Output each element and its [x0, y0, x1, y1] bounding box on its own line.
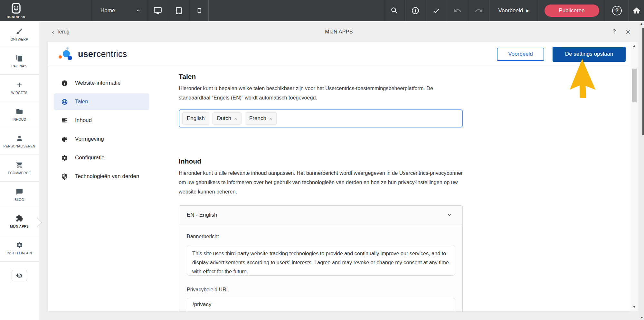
back-label: Terug — [57, 29, 70, 35]
device-desktop-button[interactable] — [147, 0, 168, 21]
topbar-help-button[interactable]: ? — [605, 0, 629, 21]
page-selector-value: Home — [100, 7, 115, 14]
undo-button[interactable] — [447, 0, 468, 21]
sidebar-label: PAGINA'S — [11, 64, 27, 68]
gear-icon — [61, 155, 68, 161]
language-tag-french: French × — [245, 112, 277, 125]
eye-off-icon — [16, 272, 23, 279]
brush-icon — [16, 28, 23, 35]
modal-close-button[interactable]: × — [626, 28, 630, 36]
panel-scrollbar-thumb[interactable] — [632, 69, 637, 102]
nav-label: Talen — [75, 99, 88, 105]
tag-label: English — [187, 115, 205, 122]
usercentrics-logo: usercentrics — [58, 47, 127, 61]
sidebar-label: WIDGETS — [11, 91, 27, 95]
talen-description: Hieronder kunt u bepalen welke talen bes… — [179, 84, 463, 102]
nav-item-talen[interactable]: Talen — [54, 93, 149, 110]
banner-message-textarea[interactable]: This site uses third-party website track… — [187, 245, 455, 276]
tablet-icon — [175, 7, 183, 14]
undo-icon — [453, 6, 462, 15]
sidebar-item-instellingen[interactable]: INSTELLINGEN — [0, 235, 39, 262]
sidebar-item-ontwerp[interactable]: ONTWERP — [0, 21, 39, 48]
info-icon — [411, 6, 420, 15]
sidebar-item-blog[interactable]: BLOG — [0, 182, 39, 208]
sidebar-item-inhoud[interactable]: INHOUD — [0, 101, 39, 128]
folder-icon — [16, 108, 23, 115]
sidebar-item-paginas[interactable]: PAGINA'S — [0, 48, 39, 75]
sidebar-item-ecommerce[interactable]: ECOMMERCE — [0, 155, 39, 182]
scroll-up-icon[interactable]: ▲ — [630, 44, 638, 47]
help-icon: ? — [612, 6, 622, 15]
nav-label: Inhoud — [75, 117, 92, 124]
info-button[interactable] — [405, 0, 426, 21]
language-tag-english: English — [182, 112, 209, 125]
topbar-flex-spacer — [208, 0, 384, 21]
sidebar-label: BLOG — [14, 198, 24, 202]
cart-icon — [16, 161, 23, 169]
globe-icon — [61, 99, 68, 105]
builder-logo: BUSINESS — [0, 0, 32, 21]
sidebar-label: ECOMMERCE — [8, 171, 31, 175]
apply-check-button[interactable] — [426, 0, 447, 21]
nav-item-inhoud[interactable]: Inhoud — [54, 112, 149, 129]
page-selector-dropdown[interactable]: Home — [92, 0, 147, 21]
uc-save-settings-button[interactable]: De settings opslaan — [553, 47, 626, 62]
language-tag-dutch: Dutch × — [213, 112, 242, 125]
shield-icon — [61, 173, 68, 180]
sidebar-label: INHOUD — [13, 118, 26, 121]
inhoud-description: Hieronder kunt u alle relevante inhoud a… — [179, 168, 463, 196]
scroll-down-icon[interactable]: ▼ — [630, 305, 638, 309]
play-icon: ▶ — [526, 8, 529, 13]
usercentrics-body: Website-informatie Talen Inhoud Vormgevi… — [48, 66, 630, 311]
nav-label: Vormgeving — [75, 136, 104, 142]
nav-item-website-informatie[interactable]: Website-informatie — [54, 75, 149, 91]
panel-scrollbar[interactable]: ▲ ▼ — [630, 42, 638, 311]
languages-input[interactable]: English Dutch × French × — [179, 109, 463, 127]
language-accordion-header[interactable]: EN - English — [179, 206, 462, 224]
chevron-down-icon — [447, 212, 453, 218]
device-tablet-button[interactable] — [168, 0, 190, 21]
remove-tag-icon[interactable]: × — [269, 116, 272, 121]
usercentrics-wordmark: usercentrics — [78, 49, 127, 59]
builder-logo-label: BUSINESS — [7, 15, 25, 19]
selected-language: EN - English — [187, 212, 217, 218]
publish-button[interactable]: Publiceren — [545, 5, 599, 17]
pages-icon — [16, 54, 23, 62]
search-button[interactable] — [384, 0, 405, 21]
sidebar-label: ONTWERP — [10, 37, 28, 41]
sidebar-footer — [0, 262, 39, 289]
inhoud-title: Inhoud — [179, 157, 463, 165]
uc-preview-button[interactable]: Voorbeeld — [497, 48, 544, 61]
settings-content: Talen Hieronder kunt u bepalen welke tal… — [179, 66, 463, 311]
modal-help-button[interactable]: ? — [613, 28, 616, 35]
gear-icon — [16, 241, 23, 249]
redo-button[interactable] — [468, 0, 489, 21]
privacy-url-input[interactable] — [187, 298, 455, 311]
talen-title: Talen — [179, 73, 463, 80]
home-button[interactable] — [629, 0, 644, 21]
desktop-icon — [154, 6, 162, 15]
search-icon — [390, 6, 399, 15]
sidebar-label: MIJN APPS — [10, 224, 29, 228]
hide-preview-button[interactable] — [12, 270, 27, 281]
nav-item-configuratie[interactable]: Configuratie — [54, 149, 149, 166]
remove-tag-icon[interactable]: × — [234, 116, 237, 121]
device-phone-button[interactable] — [190, 0, 208, 21]
text-lines-icon — [61, 117, 68, 124]
sidebar-label: PERSONALISEREN — [3, 144, 35, 148]
page-scrollbar-thumb[interactable] — [642, 28, 644, 135]
person-icon — [16, 135, 23, 142]
back-button[interactable]: ‹ Terug — [52, 29, 70, 35]
business-smiley-icon — [11, 3, 22, 15]
nav-item-vormgeving[interactable]: Vormgeving — [54, 131, 149, 147]
chat-icon — [16, 188, 23, 195]
page-scrollbar[interactable]: ▲ ▼ — [639, 21, 644, 320]
sidebar-item-personaliseren[interactable]: PERSONALISEREN — [0, 128, 39, 155]
nav-label: Website-informatie — [75, 80, 120, 86]
sidebar-item-widgets[interactable]: WIDGETS — [0, 75, 39, 101]
topbar-preview-button[interactable]: Voorbeeld ▶ — [489, 0, 538, 21]
scroll-up-icon[interactable]: ▲ — [639, 22, 644, 25]
scroll-down-icon[interactable]: ▼ — [640, 316, 643, 319]
chevron-down-icon — [135, 8, 141, 14]
nav-item-technologieen-van-derden[interactable]: Technologieën van derden — [54, 168, 149, 185]
